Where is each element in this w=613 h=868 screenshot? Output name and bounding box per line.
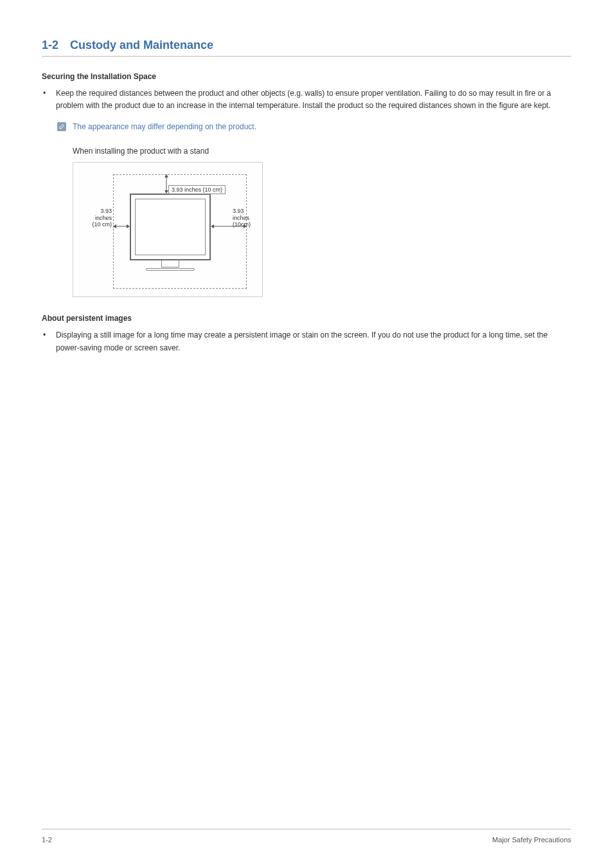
- monitor-stand-neck: [161, 260, 179, 267]
- svg-marker-4: [113, 224, 116, 228]
- section-persistent-images: About persistent images • Displaying a s…: [42, 314, 571, 354]
- svg-marker-2: [164, 190, 168, 194]
- dimension-arrow-right: [211, 223, 247, 230]
- monitor-screen: [135, 199, 206, 255]
- svg-marker-8: [244, 224, 247, 228]
- note-callout: The appearance may differ depending on t…: [57, 122, 571, 131]
- monitor-outline: [130, 194, 211, 260]
- section-number: 1-2: [42, 39, 58, 51]
- footer-divider: [42, 829, 571, 829]
- section-title: Custody and Maintenance: [70, 39, 213, 51]
- page-footer: 1-2 Major Safety Precautions: [42, 836, 571, 844]
- installation-figure: 3.93 inches (10 cm) 3.93 inches (10 cm) …: [73, 162, 263, 297]
- dimension-arrow-left: [113, 223, 130, 230]
- bullet-text: Keep the required distances between the …: [56, 87, 571, 112]
- bullet-text: Displaying a still image for a long time…: [56, 329, 571, 354]
- dimension-left: 3.93 inches (10 cm): [82, 208, 112, 228]
- footer-section-title: Major Safety Precautions: [492, 836, 571, 844]
- bullet-item: • Displaying a still image for a long ti…: [42, 329, 571, 354]
- bullet-marker: •: [42, 329, 56, 354]
- dimension-top: 3.93 inches (10 cm): [168, 185, 226, 194]
- section-header: 1-2Custody and Maintenance: [42, 39, 571, 57]
- subheading-securing: Securing the Installation Space: [42, 72, 571, 81]
- note-icon: [57, 122, 66, 131]
- svg-marker-5: [127, 224, 130, 228]
- monitor-stand-base: [146, 268, 195, 271]
- subheading-persistent: About persistent images: [42, 314, 571, 323]
- bullet-item: • Keep the required distances between th…: [42, 87, 571, 112]
- svg-marker-1: [164, 174, 168, 177]
- section-securing-space: Securing the Installation Space • Keep t…: [42, 72, 571, 297]
- dimension-arrow-top: [163, 174, 170, 194]
- bullet-marker: •: [42, 87, 56, 112]
- figure-caption: When installing the product with a stand: [73, 147, 571, 156]
- footer-page-number: 1-2: [42, 836, 52, 844]
- svg-marker-7: [211, 224, 214, 228]
- note-text: The appearance may differ depending on t…: [73, 122, 256, 131]
